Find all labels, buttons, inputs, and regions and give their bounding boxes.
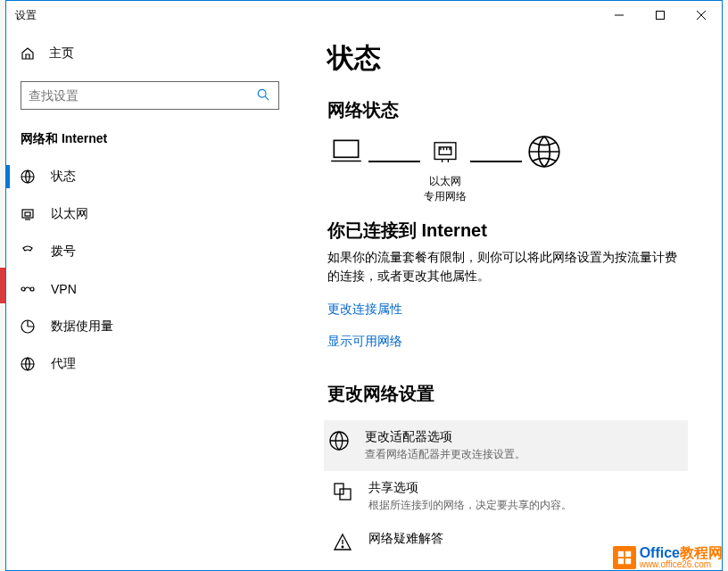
- globe-icon: [525, 133, 563, 170]
- settings-window: 设置 主页: [5, 0, 723, 571]
- svg-point-11: [30, 287, 34, 291]
- svg-rect-31: [617, 559, 623, 564]
- sidebar-item-label: 数据使用量: [51, 319, 113, 335]
- page-edge-right: [723, 0, 728, 571]
- watermark-brand-suffix: 教程网: [680, 545, 723, 560]
- sidebar-item-status[interactable]: 状态: [6, 158, 294, 195]
- change-settings-heading: 更改网络设置: [327, 382, 688, 406]
- option-title: 共享选项: [368, 480, 572, 496]
- minimize-button[interactable]: [599, 1, 640, 29]
- laptop-icon: [327, 133, 365, 170]
- net-line: [470, 161, 522, 162]
- home-nav[interactable]: 主页: [6, 37, 294, 70]
- svg-rect-30: [625, 551, 631, 557]
- main-content: 状态 网络状态 以太网 专用网络: [294, 29, 722, 570]
- svg-rect-32: [625, 559, 631, 564]
- svg-rect-29: [617, 551, 623, 557]
- link-change-properties[interactable]: 更改连接属性: [327, 302, 688, 318]
- home-icon: [21, 46, 35, 61]
- ethernet-port-icon: [430, 137, 460, 167]
- search-icon: [257, 88, 271, 103]
- network-diagram: 以太网 专用网络: [327, 133, 688, 208]
- option-desc: 查看网络适配器并更改连接设置。: [365, 447, 525, 462]
- svg-rect-1: [657, 12, 665, 20]
- device-router: 以太网 专用网络: [424, 133, 467, 208]
- proxy-icon: [21, 357, 35, 371]
- sidebar: 主页 网络和 Internet 状态 以太网: [6, 29, 294, 570]
- datausage-icon: [21, 319, 35, 334]
- svg-point-4: [258, 89, 266, 97]
- svg-rect-14: [334, 140, 358, 157]
- network-status-heading: 网络状态: [327, 98, 688, 122]
- private-network-label: 专用网络: [424, 189, 467, 204]
- dialup-icon: [21, 244, 35, 259]
- troubleshoot-icon: [333, 533, 352, 552]
- sidebar-item-label: 拨号: [51, 244, 76, 260]
- watermark-icon: [613, 546, 636, 569]
- option-title: 更改适配器选项: [365, 429, 525, 445]
- sidebar-item-label: VPN: [51, 282, 77, 296]
- device-pc: [327, 133, 365, 208]
- svg-line-5: [265, 96, 269, 100]
- sidebar-item-dialup[interactable]: 拨号: [6, 233, 294, 270]
- option-title: 网络疑难解答: [368, 531, 443, 547]
- sidebar-section-header: 网络和 Internet: [6, 128, 294, 158]
- sidebar-item-label: 代理: [51, 356, 76, 372]
- close-button[interactable]: [681, 1, 722, 29]
- link-show-networks[interactable]: 显示可用网络: [327, 334, 688, 350]
- sidebar-item-datausage[interactable]: 数据使用量: [6, 308, 294, 345]
- vpn-icon: [21, 282, 35, 296]
- router-caption: 以太网 专用网络: [424, 174, 467, 208]
- svg-rect-8: [25, 212, 30, 216]
- watermark-text: Office教程网 www.office26.com: [640, 546, 723, 569]
- sidebar-item-label: 以太网: [51, 206, 88, 222]
- sidebar-item-vpn[interactable]: VPN: [6, 270, 294, 308]
- option-desc: 根据所连接到的网络，决定要共享的内容。: [368, 498, 572, 513]
- sidebar-item-ethernet[interactable]: 以太网: [6, 195, 294, 233]
- svg-rect-7: [22, 210, 33, 218]
- sidebar-item-label: 状态: [51, 169, 76, 185]
- adapter-icon: [329, 431, 349, 451]
- status-icon: [21, 170, 35, 184]
- search-input-wrap[interactable]: [21, 81, 279, 110]
- watermark-brand-prefix: Office: [640, 545, 680, 560]
- connected-desc: 如果你的流量套餐有限制，则你可以将此网络设置为按流量计费的连接，或者更改其他属性…: [327, 248, 688, 286]
- sharing-icon: [333, 482, 352, 501]
- svg-point-10: [21, 287, 25, 291]
- ethernet-label: 以太网: [429, 174, 461, 189]
- svg-point-28: [342, 546, 343, 548]
- watermark-url: www.office26.com: [640, 560, 723, 569]
- net-line: [368, 161, 420, 162]
- device-internet: [525, 133, 563, 208]
- option-adapter[interactable]: 更改适配器选项 查看网络适配器并更改连接设置。: [324, 420, 688, 471]
- search-input[interactable]: [29, 88, 257, 103]
- option-sharing[interactable]: 共享选项 根据所连接到的网络，决定要共享的内容。: [327, 471, 688, 522]
- watermark: Office教程网 www.office26.com: [613, 546, 723, 569]
- ethernet-icon: [21, 207, 35, 221]
- home-label: 主页: [49, 46, 74, 62]
- window-controls: [599, 1, 722, 29]
- svg-rect-15: [434, 143, 456, 160]
- sidebar-item-proxy[interactable]: 代理: [6, 345, 294, 383]
- connected-title: 你已连接到 Internet: [327, 219, 688, 243]
- window-title: 设置: [6, 8, 599, 23]
- maximize-button[interactable]: [640, 1, 681, 29]
- titlebar: 设置: [6, 1, 722, 29]
- page-title: 状态: [327, 40, 688, 77]
